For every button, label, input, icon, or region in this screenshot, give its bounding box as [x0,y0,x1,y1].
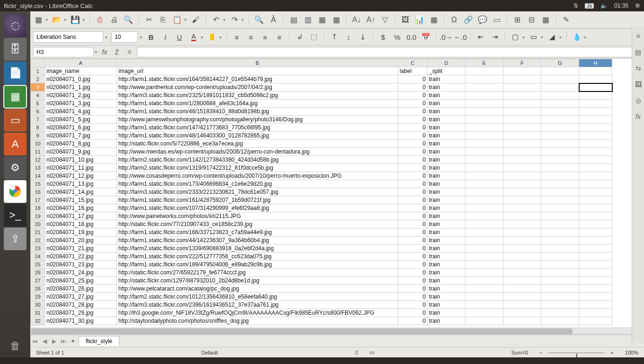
cell-G4[interactable] [541,91,579,100]
status-zoom[interactable]: 100% [619,350,644,355]
row-header-7[interactable]: 7 [31,116,45,124]
tab-prev-icon[interactable]: ◀ [40,338,49,345]
row-header-9[interactable]: 9 [31,132,45,140]
cell-E22[interactable] [465,237,503,245]
sort-desc-icon[interactable]: A↑ [366,15,376,25]
redo-dropdown-icon[interactable]: ▾ [242,17,244,22]
pdf-icon[interactable]: ⎙ [95,15,105,25]
cell-A22[interactable]: n02084071_20.jpg [45,237,117,245]
cell-E14[interactable] [465,172,503,180]
cell-D10[interactable]: train [428,140,465,148]
horizontal-scrollbar[interactable] [30,328,632,334]
cell-C12[interactable]: 0 [398,156,428,164]
cell-C32[interactable]: 0 [398,317,428,325]
cell-C24[interactable]: 0 [398,253,428,261]
cell-C21[interactable]: 0 [398,228,428,237]
cell-A15[interactable]: n02084071_13.jpg [45,180,117,188]
col-header-B[interactable]: B [117,59,398,67]
cell-G17[interactable] [541,196,579,204]
cell-B31[interactable]: http://lh3.google.com/_NiF18VJ3tZg/RuwfO… [117,309,398,317]
cell-G2[interactable] [541,75,579,83]
cell-G16[interactable] [541,188,579,196]
cell-D22[interactable]: train [428,237,465,245]
cell-G30[interactable] [541,301,579,309]
cell-B19[interactable]: http://www.painetworks.com/photos/ii/ii2… [117,212,398,220]
cell-G24[interactable] [541,253,579,261]
chart-icon[interactable]: 📊 [414,15,425,25]
save-icon[interactable]: 💾 [70,15,80,25]
open-dropdown-icon[interactable]: ▾ [64,17,66,22]
cell-C10[interactable]: 0 [398,140,428,148]
sidebar-functions-icon[interactable]: fx [634,113,643,121]
cell-B20[interactable]: http://static.flickr.com/77/210907433_ce… [117,220,398,228]
borders-icon[interactable]: ▢ [510,32,520,42]
cell-C25[interactable]: 0 [398,261,428,269]
align-left-icon[interactable]: ≡ [232,32,242,42]
pivot-icon[interactable]: ▦ [429,15,439,25]
cell-F3[interactable] [503,83,541,91]
cell-G6[interactable] [541,108,579,116]
cell-C33[interactable]: 0 [398,325,428,326]
cell-F25[interactable] [503,261,541,269]
ime-indicator[interactable]: Ja [585,3,594,9]
cell-D17[interactable]: train [428,196,465,204]
cell-B16[interactable]: http://farm3.static.flickr.com/2333/2213… [117,188,398,196]
cell-G10[interactable] [541,140,579,148]
cell-F12[interactable] [503,156,541,164]
indent-dec-icon[interactable]: ⇤ [475,32,486,42]
cell-B8[interactable]: http://farm1.static.flickr.com/147/42177… [117,124,398,132]
sum-icon[interactable]: Σ [112,48,122,56]
cell-E20[interactable] [465,220,503,228]
cell-B27[interactable]: http://static.flickr.com/1297/887932010_… [117,277,398,285]
cell-E15[interactable] [465,180,503,188]
cell-E28[interactable] [465,285,503,293]
row-header-2[interactable]: 2 [31,75,45,83]
cell-D13[interactable]: train [428,164,465,172]
row-header-16[interactable]: 16 [31,188,45,196]
dec-dec-icon[interactable]: ←.0 [455,32,465,42]
cell-D20[interactable]: train [428,220,465,228]
row-header-5[interactable]: 5 [31,100,45,108]
cell-E13[interactable] [465,164,503,172]
align-right-icon[interactable]: ≡ [260,32,270,42]
launcher-settings-icon[interactable]: ⚙ [4,156,27,179]
cut-icon[interactable]: ✂ [143,15,154,25]
launcher-terminal-icon[interactable]: >_ [4,204,27,227]
cell-H14[interactable] [579,172,612,180]
cell-A33[interactable]: n02084071_31.jpg [45,325,117,326]
cell-E3[interactable] [465,83,503,91]
cell-H13[interactable] [579,164,612,172]
save-dropdown-icon[interactable]: ▾ [82,17,85,22]
cell-G1[interactable] [541,67,579,75]
spellcheck-icon[interactable]: Ǎ [268,15,278,25]
zoom-out-icon[interactable]: − [534,350,548,355]
cell-B1[interactable]: image_url [117,67,398,75]
cell-F24[interactable] [503,253,541,261]
cell-G20[interactable] [541,220,579,228]
cell-C2[interactable]: 0 [398,75,428,83]
cell-H23[interactable] [579,245,612,253]
wrap-icon[interactable]: ↲ [295,32,305,42]
cell-D33[interactable]: train [428,325,465,326]
cell-C4[interactable]: 0 [398,91,428,100]
cond-format-icon[interactable]: 💧 [572,32,582,42]
cell-F13[interactable] [503,164,541,172]
cell-D7[interactable]: train [428,116,465,124]
cell-B30[interactable]: http://farm3.static.flickr.com/2396/1619… [117,301,398,309]
cell-E17[interactable] [465,196,503,204]
row-header-17[interactable]: 17 [31,196,45,204]
cell-H7[interactable] [579,116,612,124]
font-size-input[interactable] [111,31,138,43]
format-paintbrush-icon[interactable]: 🖌 [190,15,201,25]
cell-F11[interactable] [503,148,541,156]
cell-G23[interactable] [541,245,579,253]
cell-D27[interactable]: train [428,277,465,285]
row-header-21[interactable]: 21 [31,228,45,237]
cell-F4[interactable] [503,91,541,100]
tab-last-icon[interactable]: ⏭ [59,338,68,345]
cell-A14[interactable]: n02084071_12.jpg [45,172,117,180]
cell-A13[interactable]: n02084071_11.jpg [45,164,117,172]
copy-icon[interactable]: ⎘ [158,15,168,25]
cell-B4[interactable]: http://farm3.static.flickr.com/2325/1891… [117,91,398,100]
row-header-4[interactable]: 4 [31,91,45,100]
